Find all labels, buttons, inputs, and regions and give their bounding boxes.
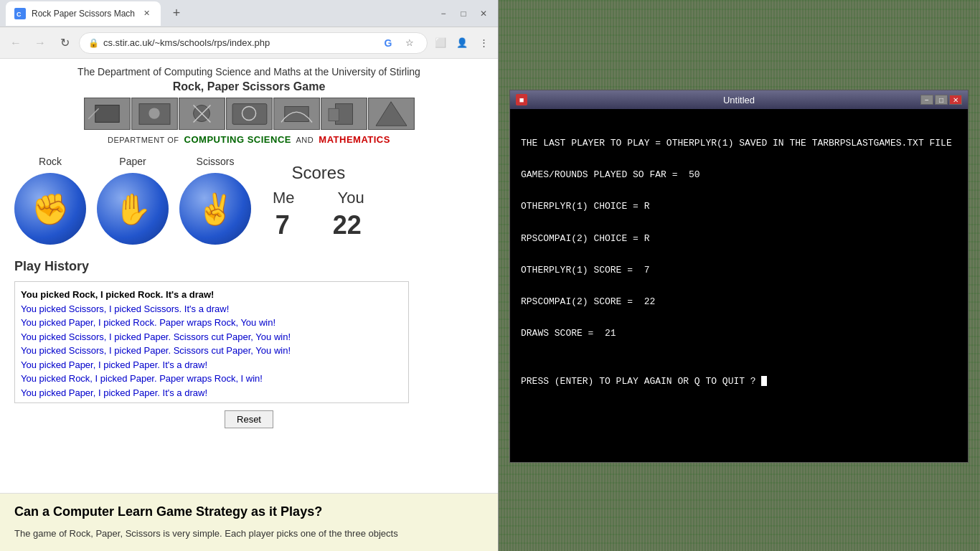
history-entry: You picked Scissors, I picked Scissors. …: [21, 302, 402, 316]
me-label: Me: [273, 189, 295, 207]
scores-values: 7 22: [275, 210, 362, 240]
close-button[interactable]: ✕: [475, 5, 492, 22]
page-header: The Department of Computing Science and …: [14, 66, 484, 145]
terminal-line-5: OTHERPLYR(1) SCORE = 7: [521, 263, 957, 278]
paper-button[interactable]: ✋: [97, 173, 169, 245]
choice-buttons: ✊ ✋ ✌: [14, 173, 251, 245]
history-entry: You picked Rock, I picked Rock. It's a d…: [21, 288, 402, 302]
history-entry: You picked Scissors, I picked Paper. Sci…: [21, 400, 402, 403]
terminal-body[interactable]: THE LAST PLAYER TO PLAY = OTHERPLYR(1) S…: [510, 109, 968, 462]
and-label: AND: [296, 136, 314, 144]
tab-title: Rock Paper Scissors Mach: [32, 9, 135, 19]
svg-rect-19: [329, 108, 339, 121]
game-section: Rock Paper Scissors ✊ ✋ ✌: [14, 156, 484, 245]
dept-img-5: [273, 98, 320, 130]
history-entry: You picked Rock, I picked Paper. Paper w…: [21, 372, 402, 386]
you-label: You: [338, 189, 364, 207]
maximize-button[interactable]: □: [455, 5, 472, 22]
dept-img-4: [226, 98, 273, 130]
paper-label: Paper: [97, 156, 169, 167]
terminal-minimize-button[interactable]: −: [920, 95, 933, 105]
forward-button[interactable]: →: [30, 33, 50, 53]
terminal-line: [521, 120, 957, 136]
svg-rect-16: [284, 106, 308, 121]
maths-label: MATHEMATICS: [319, 134, 390, 145]
history-box[interactable]: You picked Rock, I picked Rock. It's a d…: [14, 281, 409, 403]
terminal-prompt[interactable]: PRESS (ENTER) TO PLAY AGAIN OR Q TO QUIT…: [521, 374, 957, 390]
me-score: 7: [275, 210, 290, 240]
choices-area: Rock Paper Scissors ✊ ✋ ✌: [14, 156, 251, 245]
history-entry: You picked Paper, I picked Rock. Paper w…: [21, 316, 402, 330]
history-title: Play History: [14, 259, 484, 274]
dept-img-1: [84, 98, 131, 130]
scissors-button[interactable]: ✌: [179, 173, 251, 245]
webpage: The Department of Computing Science and …: [0, 59, 498, 493]
terminal-cursor: [761, 376, 767, 386]
terminal-line: [521, 278, 957, 294]
terminal-line-1: THE LAST PLAYER TO PLAY = OTHERPLYR(1) S…: [521, 136, 957, 151]
rock-button[interactable]: ✊: [14, 173, 86, 245]
scissors-label: Scissors: [179, 156, 251, 167]
history-entry: You picked Scissors, I picked Paper. Sci…: [21, 330, 402, 344]
dept-img-7: [368, 98, 415, 130]
terminal-line: [521, 357, 957, 373]
tab-cast-icon[interactable]: ⬜: [432, 34, 449, 52]
browser-toolbar: ← → ↻ 🔒 cs.stir.ac.uk/~kms/schools/rps/i…: [0, 27, 498, 59]
terminal-close-button[interactable]: ✕: [949, 95, 962, 105]
terminal-line: [521, 151, 957, 167]
terminal-line: [521, 183, 957, 199]
minimize-button[interactable]: −: [435, 5, 452, 22]
rock-label: Rock: [14, 156, 86, 167]
terminal-line-2: GAMES/ROUNDS PLAYED SO FAR = 50: [521, 167, 957, 183]
terminal-line-3: OTHERPLYR(1) CHOICE = R: [521, 199, 957, 215]
terminal-line: [521, 215, 957, 231]
tab-close-button[interactable]: ✕: [141, 8, 152, 19]
browser-titlebar: C Rock Paper Scissors Mach ✕ + − □ ✕: [0, 0, 498, 27]
profile-icon[interactable]: 👤: [453, 34, 471, 52]
history-entry: You picked Paper, I picked Paper. It's a…: [21, 358, 402, 372]
cs-label: COMPUTING SCIENCE: [184, 134, 291, 145]
refresh-button[interactable]: ↻: [55, 33, 75, 53]
reset-button[interactable]: Reset: [225, 410, 273, 428]
bottom-section: Can a Computer Learn Game Strategy as it…: [0, 493, 498, 552]
choice-labels: Rock Paper Scissors: [14, 156, 251, 167]
scores-title: Scores: [291, 163, 345, 183]
browser-content: The Department of Computing Science and …: [0, 59, 498, 551]
dept-title: The Department of Computing Science and …: [14, 66, 484, 77]
new-tab-button[interactable]: +: [166, 4, 187, 24]
scores-area: Scores Me You 7 22: [273, 156, 364, 240]
svg-text:C: C: [17, 11, 22, 18]
bookmark-star-icon[interactable]: ☆: [401, 34, 418, 52]
svg-point-7: [149, 108, 159, 118]
window-controls: − □ ✕: [435, 5, 492, 22]
browser-tab[interactable]: C Rock Paper Scissors Mach ✕: [6, 1, 161, 26]
terminal-controls: − □ ✕: [920, 95, 962, 105]
svg-rect-3: [95, 105, 118, 123]
game-title: Rock, Paper Scissors Game: [14, 80, 484, 93]
terminal-line: [521, 247, 957, 263]
dept-img-3: [179, 98, 225, 130]
terminal-maximize-button[interactable]: □: [935, 95, 948, 105]
bottom-text: The game of Rock, Paper, Scissors is ver…: [14, 527, 484, 541]
play-history: Play History You picked Rock, I picked R…: [14, 259, 484, 428]
browser-window: C Rock Paper Scissors Mach ✕ + − □ ✕ ← →…: [0, 0, 499, 551]
url-text: cs.stir.ac.uk/~kms/schools/rps/index.php: [103, 37, 375, 48]
terminal-title: Untitled: [510, 95, 968, 105]
menu-icon[interactable]: ⋮: [475, 34, 492, 52]
dept-prefix: DEPARTMENT OF: [108, 136, 179, 144]
terminal-line-7: DRAWS SCORE = 21: [521, 326, 957, 342]
tab-favicon: C: [14, 8, 26, 19]
dept-img-2: [131, 98, 178, 130]
terminal-line-6: RPSCOMPAI(2) SCORE = 22: [521, 294, 957, 310]
history-entry: You picked Paper, I picked Paper. It's a…: [21, 386, 402, 400]
history-entry: You picked Scissors, I picked Paper. Sci…: [21, 344, 402, 358]
terminal-window: ■ Untitled − □ ✕ THE LAST PLAYER TO PLAY…: [509, 90, 969, 463]
back-button[interactable]: ←: [6, 33, 26, 53]
google-icon: G: [380, 34, 397, 52]
terminal-line: [521, 310, 957, 326]
dept-img-6: [321, 98, 367, 130]
scores-labels: Me You: [273, 189, 364, 207]
terminal-line: [521, 342, 957, 357]
address-bar[interactable]: 🔒 cs.stir.ac.uk/~kms/schools/rps/index.p…: [79, 32, 428, 54]
dept-label: DEPARTMENT OF COMPUTING SCIENCE AND MATH…: [14, 134, 484, 145]
